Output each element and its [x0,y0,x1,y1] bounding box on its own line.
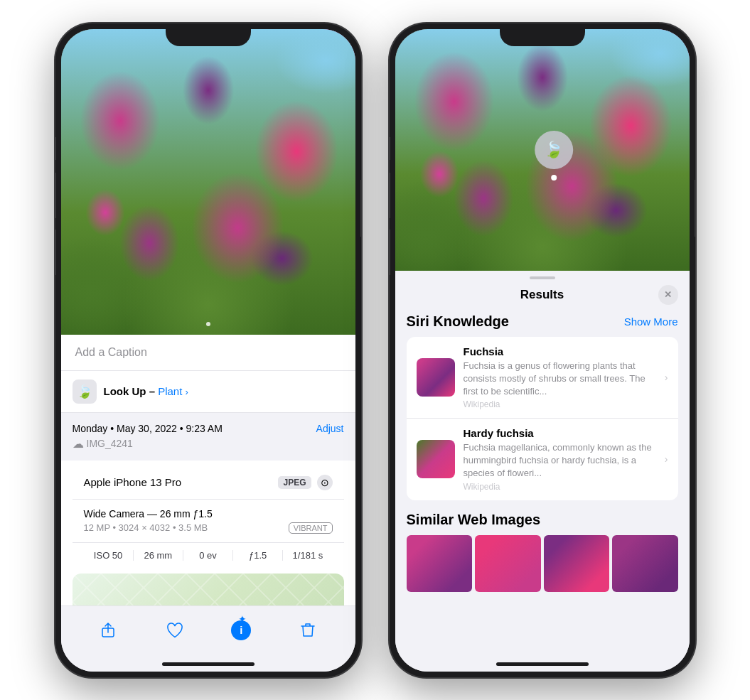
lens-icon: ⊙ [317,475,333,490]
info-section: 🍃 Look Up – Plant › Monday • May 30, 202… [61,371,355,605]
flower-background [61,29,355,335]
left-screen: Add a Caption 🍃 Look Up – Plant › Monday… [61,29,355,672]
hardy-fuchsia-text: Hardy fuchsia Fuchsia magellanica, commo… [464,427,656,492]
similar-images-title: Similar Web Images [407,512,678,528]
siri-knowledge-header: Siri Knowledge Show More [407,313,678,330]
camera-row: Wide Camera — 26 mm ƒ1.5 12 MP • 3024 × … [73,500,344,543]
page-indicator [206,322,210,326]
right-phone: 🍃 Results ✕ Siri Knowledge Show More [390,23,695,677]
similar-images-grid [407,535,678,603]
results-sheet: Results ✕ Siri Knowledge Show More Fuchs… [395,271,690,657]
photo-display[interactable] [61,29,355,335]
mute-button[interactable] [55,137,56,160]
fuchsia-name: Fuchsia [464,345,656,357]
lookup-row[interactable]: 🍃 Look Up – Plant › [61,371,355,413]
right-home-indicator [395,657,690,672]
vibrant-badge: VIBRANT [289,522,333,534]
right-home-bar [496,662,589,666]
right-photo-display[interactable]: 🍃 [395,29,690,271]
results-title: Results [427,288,658,302]
map-roads [73,574,344,605]
delete-button[interactable] [295,618,321,643]
caption-input[interactable]: Add a Caption [75,346,147,358]
visual-look-button[interactable]: 🍃 [535,131,573,169]
volume-down-button[interactable] [55,230,56,275]
info-button[interactable]: i ✦ [228,618,254,643]
exif-row: ISO 50 26 mm 0 ev ƒ1.5 1/181 s [73,543,344,568]
similar-image-3[interactable] [544,535,610,592]
hardy-chevron-icon: › [665,453,668,465]
toolbar: i ✦ [61,605,355,657]
cloud-icon: ☁ [73,437,84,451]
device-section: Apple iPhone 13 Pro JPEG ⊙ Wide Camera —… [73,466,344,568]
meta-section: Monday • May 30, 2022 • 9:23 AM Adjust ☁… [61,413,355,461]
adjust-button[interactable]: Adjust [316,423,344,434]
right-volume-down-button[interactable] [390,230,390,275]
badges: JPEG ⊙ [278,475,332,490]
results-header: Results ✕ [395,285,690,313]
camera-details: Wide Camera — 26 mm ƒ1.5 [84,508,333,519]
exif-focal: 26 mm [134,550,183,561]
sheet-handle[interactable] [530,276,555,279]
meta-filename: ☁ IMG_4241 [73,437,344,451]
knowledge-item-fuchsia[interactable]: Fuchsia Fuchsia is a genus of flowering … [407,337,678,419]
favorite-button[interactable] [162,618,188,643]
meta-date: Monday • May 30, 2022 • 9:23 AM [73,423,223,434]
share-button[interactable] [95,618,121,643]
chevron-icon: › [665,372,668,383]
knowledge-card: Fuchsia Fuchsia is a genus of flowering … [407,337,678,500]
right-mute-button[interactable] [390,137,390,160]
exif-aperture: ƒ1.5 [233,550,283,561]
results-content: Siri Knowledge Show More Fuchsia Fuchsia… [395,313,690,657]
right-notch [500,23,585,46]
knowledge-item-hardy-fuchsia[interactable]: Hardy fuchsia Fuchsia magellanica, commo… [407,419,678,500]
lookup-label: Look Up – Plant › [104,385,188,397]
similar-image-1[interactable] [407,535,473,592]
hardy-fuchsia-source: Wikipedia [464,482,656,492]
home-bar [162,662,255,666]
lookup-icon: 🍃 [73,379,97,404]
similar-image-2[interactable] [475,535,541,592]
close-button[interactable]: ✕ [658,285,678,305]
volume-up-button[interactable] [55,173,56,218]
siri-knowledge-title: Siri Knowledge [407,313,509,330]
home-indicator [61,657,355,672]
right-screen: 🍃 Results ✕ Siri Knowledge Show More [395,29,690,672]
hardy-fuchsia-thumbnail [417,440,455,478]
right-power-button[interactable] [695,180,695,237]
camera-specs: 12 MP • 3024 × 4032 • 3.5 MB VIBRANT [84,522,333,534]
hardy-fuchsia-description: Fuchsia magellanica, commonly known as t… [464,441,656,480]
device-row: Apple iPhone 13 Pro JPEG ⊙ [73,466,344,500]
visual-look-dot [551,175,557,181]
caption-area[interactable]: Add a Caption [61,335,355,371]
exif-ev: 0 ev [183,550,233,561]
exif-iso: ISO 50 [84,550,134,561]
fuchsia-text: Fuchsia Fuchsia is a genus of flowering … [464,345,656,410]
exif-shutter: 1/181 s [283,550,332,561]
map-area[interactable] [73,574,344,605]
notch [166,23,251,46]
power-button[interactable] [360,180,361,237]
show-more-button[interactable]: Show More [624,316,678,328]
left-phone: Add a Caption 🍃 Look Up – Plant › Monday… [55,23,361,677]
right-volume-up-button[interactable] [390,173,390,218]
similar-image-4[interactable] [612,535,678,592]
fuchsia-thumbnail [417,358,455,397]
format-badge: JPEG [278,476,311,489]
hardy-fuchsia-name: Hardy fuchsia [464,427,656,439]
device-name: Apple iPhone 13 Pro [84,476,182,488]
fuchsia-source: Wikipedia [464,399,656,409]
fuchsia-description: Fuchsia is a genus of flowering plants t… [464,360,656,399]
